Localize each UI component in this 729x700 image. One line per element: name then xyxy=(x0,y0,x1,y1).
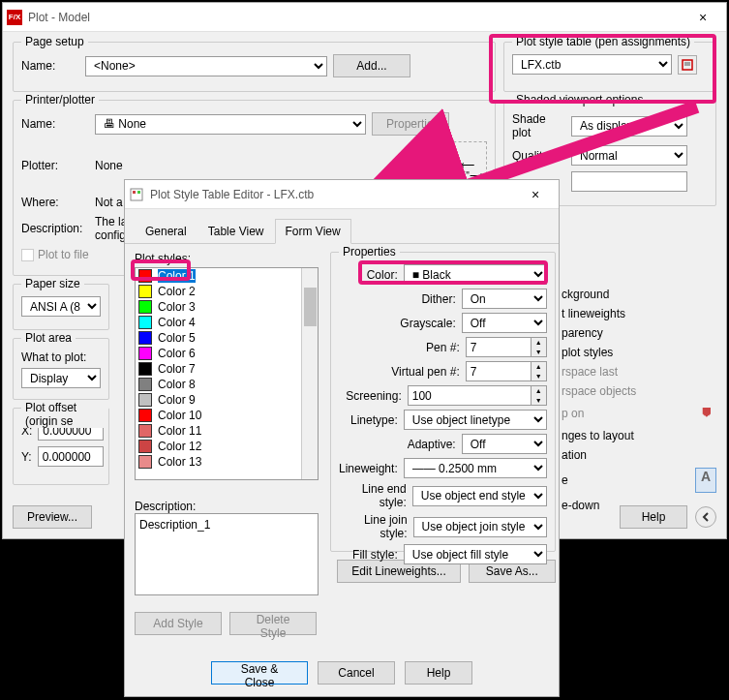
label: Y: xyxy=(21,450,32,464)
edit-plot-style-icon[interactable] xyxy=(678,55,697,75)
list-item-label: Color 1 xyxy=(158,269,196,283)
tab-table-view[interactable]: Table View xyxy=(197,219,275,244)
plot-to-file-checkbox: Plot to file xyxy=(21,248,89,261)
list-item-label: Color 2 xyxy=(158,285,196,298)
save-close-button[interactable]: Save & Close xyxy=(211,661,308,685)
close-button[interactable]: × xyxy=(683,10,722,25)
plot-offset-group: Plot offset (origin se xyxy=(21,401,108,428)
what-to-plot-select[interactable]: Display xyxy=(21,368,101,388)
list-item-label: Color 9 xyxy=(158,393,196,407)
svg-rect-4 xyxy=(133,191,136,194)
color-select[interactable]: ■ Black xyxy=(404,264,547,285)
screening-spinner[interactable]: ▲▼ xyxy=(408,385,547,406)
list-item[interactable]: Color 5 xyxy=(136,330,318,346)
label: Adaptive: xyxy=(408,438,456,451)
label: Plotter: xyxy=(21,159,89,172)
color-swatch-icon xyxy=(138,285,152,298)
label: Linetype: xyxy=(350,413,398,427)
label: Shade plot xyxy=(512,112,565,139)
list-item[interactable]: Color 13 xyxy=(136,454,318,470)
list-item-label: Color 13 xyxy=(158,455,201,469)
dpi-input[interactable] xyxy=(571,171,687,192)
virtual-pen-spinner[interactable]: ▲▼ xyxy=(466,361,547,381)
option-text: p on xyxy=(562,407,584,420)
list-item[interactable]: Color 3 xyxy=(136,299,318,315)
app-icon: F/X xyxy=(7,10,22,25)
color-swatch-icon xyxy=(138,378,152,391)
label: Color: xyxy=(367,268,398,282)
list-item[interactable]: Color 4 xyxy=(136,315,318,330)
list-item[interactable]: Color 6 xyxy=(136,346,318,361)
label: Pen #: xyxy=(426,341,460,354)
list-item-label: Color 5 xyxy=(158,331,196,345)
page-setup-group: Page setup xyxy=(21,35,88,48)
list-item-label: Color 10 xyxy=(158,409,201,422)
pen-spinner[interactable]: ▲▼ xyxy=(466,337,547,357)
list-item[interactable]: Color 9 xyxy=(136,392,318,408)
stamp-icon[interactable]: ⛊ xyxy=(697,404,716,423)
label: Line end style: xyxy=(339,482,407,509)
paper-size-select[interactable]: ANSI A (8.50 x 11 xyxy=(21,296,101,317)
label: Virtual pen #: xyxy=(391,365,460,379)
list-item[interactable]: Color 10 xyxy=(136,408,318,423)
tab-form-view[interactable]: Form View xyxy=(275,219,351,244)
end-style-select[interactable]: Use object end style xyxy=(412,486,547,506)
printer-group: Printer/plotter xyxy=(21,93,99,107)
list-item[interactable]: Color 8 xyxy=(136,377,318,392)
help-button[interactable]: Help xyxy=(405,661,472,685)
color-swatch-icon xyxy=(138,316,152,329)
list-item-label: Color 7 xyxy=(158,362,196,376)
lineweight-select[interactable]: —— 0.2500 mm xyxy=(404,458,547,478)
list-item-label: Color 11 xyxy=(158,424,201,438)
option-text: e xyxy=(562,473,568,487)
editor-title: Plot Style Table Editor - LFX.ctb xyxy=(150,188,516,201)
color-swatch-icon xyxy=(138,393,152,407)
dither-select[interactable]: On xyxy=(462,289,547,309)
orientation-icon: A xyxy=(695,468,716,493)
color-swatch-icon xyxy=(138,455,152,469)
label: Dither: xyxy=(421,292,455,306)
label: Quality xyxy=(512,149,565,163)
grayscale-select[interactable]: Off xyxy=(462,313,547,333)
list-item[interactable]: Color 1 xyxy=(136,268,318,284)
scrollbar[interactable] xyxy=(301,268,318,479)
collapse-icon[interactable] xyxy=(695,506,716,528)
linetype-select[interactable]: Use object linetype xyxy=(404,410,547,430)
adaptive-select[interactable]: Off xyxy=(462,434,547,454)
quality-select[interactable]: Normal xyxy=(571,145,687,166)
label: Lineweight: xyxy=(339,462,398,475)
add-button[interactable]: Add... xyxy=(333,54,410,77)
label: Name: xyxy=(21,117,89,131)
color-swatch-icon xyxy=(138,331,152,345)
shade-plot-select[interactable]: As displayed xyxy=(571,116,687,137)
list-item[interactable]: Color 11 xyxy=(136,423,318,439)
join-style-select[interactable]: Use object join style xyxy=(413,517,547,537)
color-swatch-icon xyxy=(138,269,152,283)
option-text: rspace last xyxy=(562,365,716,379)
page-setup-name-select[interactable]: <None> xyxy=(85,56,327,76)
list-item[interactable]: Color 7 xyxy=(136,361,318,377)
plot-style-table-select[interactable]: LFX.ctb xyxy=(512,54,672,75)
description-textarea[interactable] xyxy=(135,513,319,595)
label: What to plot: xyxy=(21,350,101,364)
delete-style-button: Delete Style xyxy=(229,612,317,635)
color-swatch-icon xyxy=(138,300,152,314)
tab-general[interactable]: General xyxy=(135,219,197,244)
option-text: ation xyxy=(562,448,716,462)
printer-name-select[interactable]: 🖶 None xyxy=(95,114,366,135)
preview-button[interactable]: Preview... xyxy=(13,505,92,529)
plot-area-group: Plot area xyxy=(21,331,76,345)
label: Grayscale: xyxy=(400,317,455,330)
editor-close-button[interactable]: × xyxy=(516,187,555,202)
cancel-button[interactable]: Cancel xyxy=(318,661,395,685)
option-text: parency xyxy=(562,326,716,340)
list-item[interactable]: Color 12 xyxy=(136,439,318,454)
plot-styles-list[interactable]: Color 1Color 2Color 3Color 4Color 5Color… xyxy=(135,267,319,480)
color-swatch-icon xyxy=(138,409,152,422)
offset-y-input[interactable] xyxy=(38,446,104,467)
fill-style-select[interactable]: Use object fill style xyxy=(404,544,547,564)
list-item[interactable]: Color 2 xyxy=(136,284,318,299)
option-text: rspace objects xyxy=(562,384,716,398)
description-label: Description: xyxy=(135,500,319,513)
help-button[interactable]: Help xyxy=(620,505,687,529)
